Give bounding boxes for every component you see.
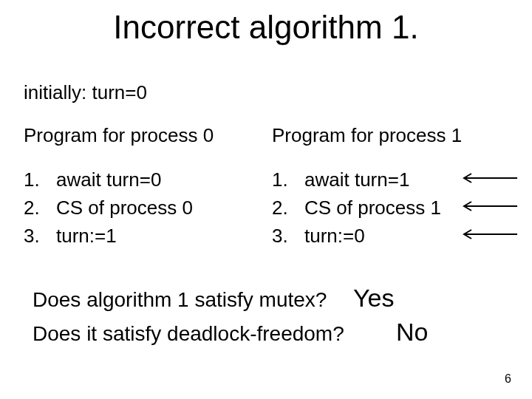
question-deadlock: Does it satisfy deadlock-freedom? bbox=[33, 322, 344, 346]
answer-mutex: Yes bbox=[353, 284, 394, 313]
program-0-header: Program for process 0 bbox=[24, 124, 214, 147]
step-text: turn:=1 bbox=[56, 225, 117, 247]
answer-deadlock: No bbox=[396, 318, 428, 347]
arrow-icon bbox=[458, 201, 517, 211]
step-text: await turn=0 bbox=[56, 168, 161, 191]
step-number: 1. bbox=[24, 166, 56, 194]
arrow-icon bbox=[458, 173, 517, 183]
page-number: 6 bbox=[505, 372, 511, 386]
list-item: 1.await turn=1 bbox=[272, 166, 441, 194]
step-text: turn:=0 bbox=[304, 225, 365, 247]
step-number: 2. bbox=[24, 194, 56, 222]
list-item: 3.turn:=0 bbox=[272, 222, 441, 250]
list-item: 1.await turn=0 bbox=[24, 166, 193, 194]
slide: Incorrect algorithm 1. initially: turn=0… bbox=[0, 0, 532, 399]
list-item: 2.CS of process 1 bbox=[272, 194, 441, 222]
step-text: CS of process 0 bbox=[56, 197, 193, 219]
list-item: 2.CS of process 0 bbox=[24, 194, 193, 222]
step-number: 1. bbox=[272, 166, 304, 194]
step-number: 3. bbox=[24, 222, 56, 250]
program-0-steps: 1.await turn=0 2.CS of process 0 3.turn:… bbox=[24, 166, 193, 250]
slide-title: Incorrect algorithm 1. bbox=[0, 9, 532, 46]
step-text: await turn=1 bbox=[304, 168, 409, 191]
program-1-steps: 1.await turn=1 2.CS of process 1 3.turn:… bbox=[272, 166, 441, 250]
program-1-header: Program for process 1 bbox=[272, 124, 462, 147]
initial-condition: initially: turn=0 bbox=[24, 81, 147, 104]
question-mutex: Does algorithm 1 satisfy mutex? bbox=[33, 288, 327, 312]
step-number: 3. bbox=[272, 222, 304, 250]
arrow-icon bbox=[458, 229, 517, 239]
step-text: CS of process 1 bbox=[304, 197, 441, 219]
step-number: 2. bbox=[272, 194, 304, 222]
list-item: 3.turn:=1 bbox=[24, 222, 193, 250]
